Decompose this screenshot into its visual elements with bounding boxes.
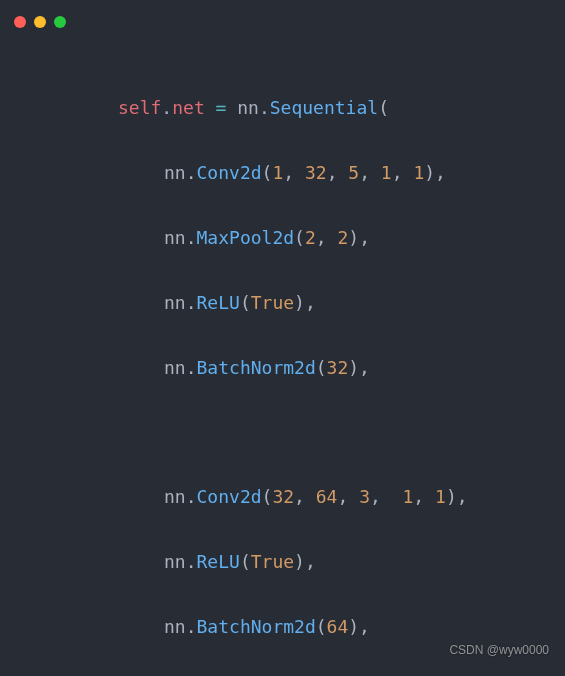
code-line: nn.MaxPool2d(2, 2), xyxy=(118,222,565,254)
keyword-self: self xyxy=(118,97,161,118)
code-line: nn.BatchNorm2d(32), xyxy=(118,352,565,384)
maximize-icon[interactable] xyxy=(54,16,66,28)
code-line: nn.Conv2d(1, 32, 5, 1, 1), xyxy=(118,157,565,189)
code-line: nn.BatchNorm2d(64), xyxy=(118,611,565,643)
watermark: CSDN @wyw0000 xyxy=(449,640,549,662)
code-line: nn.ReLU(True), xyxy=(118,287,565,319)
blank-line xyxy=(118,416,565,448)
code-block: self.net = nn.Sequential( nn.Conv2d(1, 3… xyxy=(0,28,565,676)
window-controls xyxy=(0,0,565,28)
code-line: self.net = nn.Sequential( xyxy=(118,92,565,124)
close-icon[interactable] xyxy=(14,16,26,28)
code-line: nn.Conv2d(32, 64, 3, 1, 1), xyxy=(118,481,565,513)
code-line: nn.ReLU(True), xyxy=(118,546,565,578)
minimize-icon[interactable] xyxy=(34,16,46,28)
